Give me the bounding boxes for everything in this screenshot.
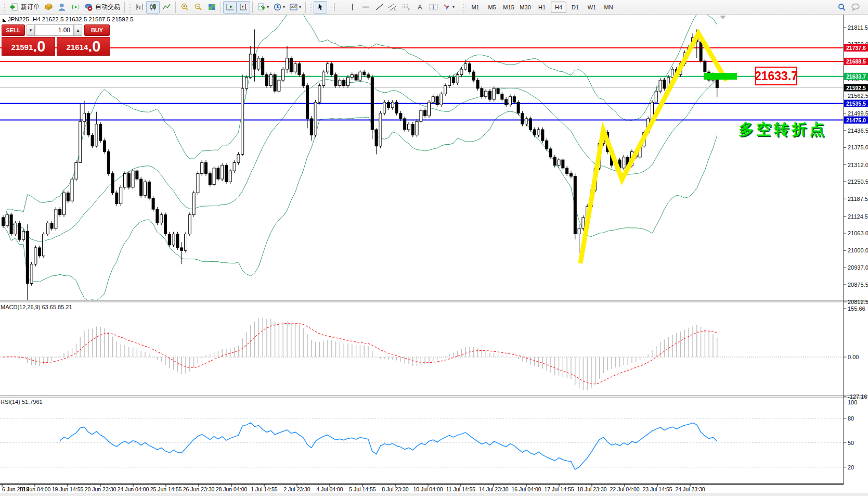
timeframe-w1-button[interactable]: W1 — [584, 2, 600, 13]
fibonacci-icon: F — [401, 3, 411, 11]
sell-button[interactable]: SELL — [2, 24, 25, 36]
auto-scroll-button[interactable] — [223, 1, 237, 14]
axes-layer: 21811.521750.021688.521624.021562.521499… — [0, 15, 868, 496]
svg-text:21000.0: 21000.0 — [848, 247, 868, 253]
svg-text:5 Jul 14:55: 5 Jul 14:55 — [349, 486, 376, 492]
svg-text:21592.5: 21592.5 — [846, 85, 866, 91]
text-label-button[interactable]: T — [426, 1, 441, 14]
svg-text:21124.5: 21124.5 — [848, 213, 868, 220]
svg-text:24 Jul 23:30: 24 Jul 23:30 — [675, 486, 705, 492]
equidistant-channel-button[interactable]: E — [386, 1, 399, 14]
new-order-button[interactable]: 新订单 — [8, 1, 42, 14]
timeframe-mn-button[interactable]: MN — [601, 2, 616, 13]
horizontal-line-button[interactable] — [359, 1, 372, 14]
chart-shift-icon — [239, 3, 248, 11]
arrows-caret: ▾ — [452, 5, 455, 9]
cursor-button[interactable] — [314, 1, 327, 14]
svg-text:16 Jul 04:00: 16 Jul 04:00 — [511, 486, 541, 492]
svg-text:E: E — [394, 7, 397, 11]
svg-text:22 Jul 04:00: 22 Jul 04:00 — [610, 486, 639, 492]
search-icon — [837, 3, 847, 12]
buy-price-button[interactable]: 21614.0 — [57, 37, 110, 56]
svg-text:28 Jun 04:00: 28 Jun 04:00 — [216, 486, 248, 492]
auto-trading-button[interactable]: 自动交易 — [82, 1, 122, 14]
timeframe-h1-button[interactable]: H1 — [534, 2, 550, 13]
auto-trading-label: 自动交易 — [95, 3, 120, 11]
timeframe-h4-button[interactable]: H4 — [551, 2, 566, 13]
periods-button[interactable]: ▾ — [271, 1, 287, 14]
svg-text:20875.5: 20875.5 — [848, 282, 868, 288]
zoom-in-button[interactable] — [178, 1, 191, 14]
profiles-button[interactable] — [55, 1, 69, 14]
svg-text:19 Jun 14:55: 19 Jun 14:55 — [52, 486, 84, 492]
chart-shift-button[interactable] — [237, 1, 250, 14]
search-button[interactable] — [835, 1, 849, 14]
channel-icon: E — [388, 3, 397, 11]
highlight-bar-annotation[interactable] — [704, 73, 737, 80]
fibonacci-button[interactable]: F — [399, 1, 413, 14]
svg-text:17 Jul 14:55: 17 Jul 14:55 — [544, 486, 574, 492]
rsi-indicator-label: RSI(14) 51.7961 — [1, 399, 43, 405]
bar-chart-button[interactable] — [133, 1, 146, 14]
trendline-icon — [375, 3, 384, 11]
profile-person-icon — [58, 3, 67, 11]
clock-icon — [273, 3, 282, 11]
svg-text:21375.0: 21375.0 — [848, 144, 868, 150]
rsi-layer — [0, 418, 844, 470]
tile-windows-button[interactable] — [205, 1, 218, 14]
timeframe-d1-button[interactable]: D1 — [567, 2, 583, 13]
indicators-button[interactable]: ▾ — [255, 1, 271, 14]
svg-text:20 Jun 23:30: 20 Jun 23:30 — [85, 486, 116, 492]
arrows-icon — [443, 3, 451, 11]
timeframe-m30-button[interactable]: M30 — [517, 2, 533, 13]
svg-text:21535.5: 21535.5 — [846, 100, 866, 107]
periods-caret: ▾ — [283, 5, 285, 9]
chat-icon — [851, 3, 861, 11]
trendline-button[interactable] — [372, 1, 386, 14]
templates-button[interactable]: ▾ — [287, 1, 303, 14]
scroll-to-end-marker[interactable] — [720, 16, 726, 19]
timeframe-m1-button[interactable]: M1 — [468, 2, 483, 13]
timeframe-m15-button[interactable]: M15 — [501, 2, 516, 13]
timeframe-m5-button[interactable]: M5 — [484, 2, 500, 13]
svg-text:1 Jul 14:55: 1 Jul 14:55 — [251, 486, 278, 492]
vertical-line-button[interactable] — [345, 1, 359, 14]
svg-text:25 Jun 14:55: 25 Jun 14:55 — [150, 486, 182, 492]
buy-button[interactable]: BUY — [84, 24, 110, 36]
toolbar-drag-handle[interactable] — [4, 2, 6, 12]
svg-text:0.00: 0.00 — [848, 354, 859, 360]
line-chart-button[interactable] — [160, 1, 173, 14]
zoom-out-button[interactable] — [191, 1, 205, 14]
auto-scroll-icon — [226, 3, 235, 11]
text-button[interactable]: A — [413, 1, 426, 14]
chart-title: ◣JPN225-,H4 21622.5 21632.5 21587.5 2159… — [3, 16, 134, 22]
svg-text:20: 20 — [848, 464, 854, 470]
svg-text:20812.5: 20812.5 — [848, 299, 868, 305]
signals-button[interactable] — [69, 1, 82, 14]
candlestick-chart-button[interactable] — [146, 1, 160, 14]
crosshair-button[interactable] — [327, 1, 341, 14]
sell-price-button[interactable]: 21591.0 — [2, 37, 55, 56]
svg-text:4 Jul 04:00: 4 Jul 04:00 — [316, 486, 343, 492]
volume-input[interactable]: 1.00 — [35, 24, 74, 36]
cursor-arrow-icon — [316, 3, 325, 11]
crosshair-icon — [330, 3, 339, 11]
svg-text:2 Jul 23:30: 2 Jul 23:30 — [283, 486, 310, 492]
price-list-icon — [44, 3, 53, 11]
chat-button[interactable] — [849, 1, 863, 14]
svg-text:F: F — [408, 7, 410, 11]
volume-increase-button[interactable]: ▲ — [74, 24, 82, 36]
candlestick-chart-icon — [149, 3, 158, 11]
chart-canvas[interactable]: 21811.521750.021688.521624.021562.521499… — [0, 0, 868, 496]
svg-text:100: 100 — [848, 399, 857, 405]
svg-text:18 Jul 23:30: 18 Jul 23:30 — [577, 486, 606, 492]
arrows-button[interactable]: ▾ — [441, 1, 457, 14]
auto-trading-icon — [84, 3, 93, 11]
volume-decrease-button[interactable]: ▼ — [27, 24, 35, 36]
text-a-icon: A — [416, 3, 424, 11]
svg-text:21187.5: 21187.5 — [848, 196, 868, 202]
price-callout-box[interactable]: 21633.7 — [755, 67, 797, 85]
svg-text:21250.5: 21250.5 — [848, 179, 868, 185]
svg-text:21562.5: 21562.5 — [848, 93, 868, 99]
market-watch-button[interactable] — [42, 1, 55, 14]
